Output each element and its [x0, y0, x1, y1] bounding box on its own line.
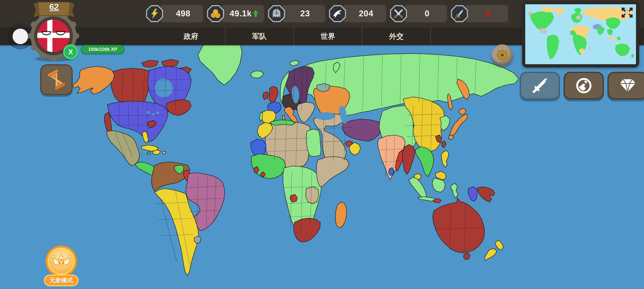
- coins-icon: [210, 8, 221, 19]
- crossed-swords-icon: [393, 8, 404, 19]
- resource-gold[interactable]: 49.1k: [207, 2, 265, 25]
- resource-energy-value: 498: [159, 4, 204, 23]
- resource-troops[interactable]: 23: [268, 2, 326, 25]
- settings-button[interactable]: [492, 44, 513, 66]
- tab-diplomacy[interactable]: 外交: [362, 28, 431, 45]
- hourglass-icon: [47, 70, 66, 90]
- trend-up-icon: [253, 10, 259, 17]
- side-button-group: [520, 72, 644, 100]
- xp-progress: 100k/100k XP: [81, 45, 125, 54]
- minimap-panel[interactable]: [522, 1, 639, 67]
- crown-coin-icon: [45, 245, 78, 277]
- resource-troops-value: 23: [281, 4, 326, 23]
- resource-aircraft-value: 204: [342, 4, 387, 23]
- tab-government[interactable]: 政府: [157, 28, 225, 45]
- tab-world[interactable]: 世界: [293, 28, 362, 45]
- war-button[interactable]: [520, 72, 560, 100]
- expand-icon[interactable]: [621, 7, 633, 18]
- resource-aircraft[interactable]: 204: [329, 2, 387, 25]
- map-region-tanzania[interactable]: [306, 187, 319, 204]
- helmet-icon: [271, 8, 282, 19]
- resource-wars[interactable]: 0: [451, 2, 509, 25]
- white-dot: [13, 29, 28, 44]
- bird-icon: [332, 8, 343, 19]
- close-avatar-button[interactable]: X: [63, 44, 78, 59]
- resource-wars-value: 0: [464, 4, 509, 23]
- resource-bar: 498 49.1k: [146, 2, 509, 25]
- lightning-icon: [149, 8, 160, 19]
- sword-button-icon: [531, 77, 549, 94]
- tab-army[interactable]: 军队: [225, 28, 293, 45]
- map-region-sardinia[interactable]: [282, 115, 285, 120]
- level-banner: 62: [30, 1, 78, 17]
- resource-battles[interactable]: 0: [390, 2, 448, 25]
- minimap[interactable]: [525, 4, 636, 64]
- hourglass-button[interactable]: [40, 64, 73, 95]
- gear-icon: [496, 49, 508, 61]
- resource-energy[interactable]: 498: [146, 2, 204, 25]
- diamond-icon: [618, 77, 637, 94]
- map-region-jamaica[interactable]: [147, 152, 150, 155]
- map-region-egypt[interactable]: [306, 129, 321, 157]
- resource-gold-plate: 49.1k: [220, 4, 265, 23]
- invincible-mode-button[interactable]: [45, 245, 78, 277]
- player-level: 62: [30, 2, 78, 12]
- sword-icon: [454, 8, 465, 19]
- resource-gold-value: 49.1k: [230, 9, 252, 18]
- resource-battles-value: 0: [403, 4, 448, 23]
- world-button[interactable]: [564, 72, 604, 100]
- map-region-puerto-rico[interactable]: [163, 151, 166, 154]
- premium-button[interactable]: [607, 72, 644, 100]
- map-region-moscow-region[interactable]: [317, 83, 329, 92]
- globe-icon: [575, 77, 592, 94]
- invincible-mode-label: 无敌模式: [44, 275, 79, 286]
